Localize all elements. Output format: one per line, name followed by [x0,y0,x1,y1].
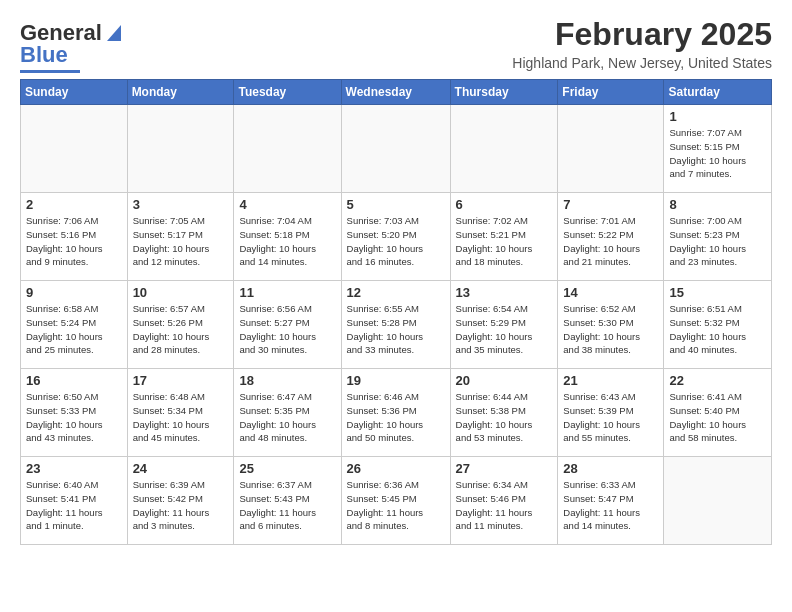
day-number: 24 [133,461,229,476]
calendar-cell [341,105,450,193]
day-number: 12 [347,285,445,300]
calendar-cell: 9Sunrise: 6:58 AM Sunset: 5:24 PM Daylig… [21,281,128,369]
calendar-cell [21,105,128,193]
calendar-cell: 16Sunrise: 6:50 AM Sunset: 5:33 PM Dayli… [21,369,128,457]
day-info: Sunrise: 7:05 AM Sunset: 5:17 PM Dayligh… [133,214,229,269]
calendar-cell: 22Sunrise: 6:41 AM Sunset: 5:40 PM Dayli… [664,369,772,457]
logo-triangle-icon [105,21,123,47]
day-info: Sunrise: 6:41 AM Sunset: 5:40 PM Dayligh… [669,390,766,445]
col-tuesday: Tuesday [234,80,341,105]
day-info: Sunrise: 6:57 AM Sunset: 5:26 PM Dayligh… [133,302,229,357]
day-number: 22 [669,373,766,388]
subtitle: Highland Park, New Jersey, United States [512,55,772,71]
calendar-cell: 25Sunrise: 6:37 AM Sunset: 5:43 PM Dayli… [234,457,341,545]
day-number: 6 [456,197,553,212]
calendar: Sunday Monday Tuesday Wednesday Thursday… [20,79,772,545]
calendar-cell [127,105,234,193]
calendar-cell: 12Sunrise: 6:55 AM Sunset: 5:28 PM Dayli… [341,281,450,369]
calendar-cell: 26Sunrise: 6:36 AM Sunset: 5:45 PM Dayli… [341,457,450,545]
calendar-week-row: 23Sunrise: 6:40 AM Sunset: 5:41 PM Dayli… [21,457,772,545]
day-number: 27 [456,461,553,476]
day-number: 10 [133,285,229,300]
day-number: 23 [26,461,122,476]
day-info: Sunrise: 6:34 AM Sunset: 5:46 PM Dayligh… [456,478,553,533]
day-number: 15 [669,285,766,300]
calendar-cell: 7Sunrise: 7:01 AM Sunset: 5:22 PM Daylig… [558,193,664,281]
day-info: Sunrise: 6:43 AM Sunset: 5:39 PM Dayligh… [563,390,658,445]
calendar-cell [450,105,558,193]
calendar-cell: 24Sunrise: 6:39 AM Sunset: 5:42 PM Dayli… [127,457,234,545]
day-info: Sunrise: 6:54 AM Sunset: 5:29 PM Dayligh… [456,302,553,357]
calendar-cell: 2Sunrise: 7:06 AM Sunset: 5:16 PM Daylig… [21,193,128,281]
day-number: 26 [347,461,445,476]
day-number: 19 [347,373,445,388]
calendar-cell: 11Sunrise: 6:56 AM Sunset: 5:27 PM Dayli… [234,281,341,369]
day-number: 17 [133,373,229,388]
day-info: Sunrise: 6:39 AM Sunset: 5:42 PM Dayligh… [133,478,229,533]
logo-underline [20,70,80,73]
day-number: 14 [563,285,658,300]
calendar-cell [664,457,772,545]
day-number: 28 [563,461,658,476]
calendar-cell: 17Sunrise: 6:48 AM Sunset: 5:34 PM Dayli… [127,369,234,457]
day-info: Sunrise: 6:36 AM Sunset: 5:45 PM Dayligh… [347,478,445,533]
calendar-cell: 28Sunrise: 6:33 AM Sunset: 5:47 PM Dayli… [558,457,664,545]
day-info: Sunrise: 6:48 AM Sunset: 5:34 PM Dayligh… [133,390,229,445]
day-info: Sunrise: 6:47 AM Sunset: 5:35 PM Dayligh… [239,390,335,445]
calendar-cell: 1Sunrise: 7:07 AM Sunset: 5:15 PM Daylig… [664,105,772,193]
day-number: 2 [26,197,122,212]
col-sunday: Sunday [21,80,128,105]
day-info: Sunrise: 6:44 AM Sunset: 5:38 PM Dayligh… [456,390,553,445]
main-title: February 2025 [512,16,772,53]
calendar-cell: 13Sunrise: 6:54 AM Sunset: 5:29 PM Dayli… [450,281,558,369]
day-info: Sunrise: 7:06 AM Sunset: 5:16 PM Dayligh… [26,214,122,269]
calendar-cell: 8Sunrise: 7:00 AM Sunset: 5:23 PM Daylig… [664,193,772,281]
col-friday: Friday [558,80,664,105]
svg-marker-0 [107,25,121,41]
col-wednesday: Wednesday [341,80,450,105]
day-number: 18 [239,373,335,388]
col-thursday: Thursday [450,80,558,105]
col-saturday: Saturday [664,80,772,105]
day-number: 9 [26,285,122,300]
day-info: Sunrise: 6:58 AM Sunset: 5:24 PM Dayligh… [26,302,122,357]
day-number: 16 [26,373,122,388]
day-info: Sunrise: 6:46 AM Sunset: 5:36 PM Dayligh… [347,390,445,445]
day-number: 8 [669,197,766,212]
day-number: 13 [456,285,553,300]
calendar-cell: 21Sunrise: 6:43 AM Sunset: 5:39 PM Dayli… [558,369,664,457]
day-info: Sunrise: 6:56 AM Sunset: 5:27 PM Dayligh… [239,302,335,357]
calendar-cell [234,105,341,193]
day-info: Sunrise: 7:03 AM Sunset: 5:20 PM Dayligh… [347,214,445,269]
day-info: Sunrise: 6:40 AM Sunset: 5:41 PM Dayligh… [26,478,122,533]
day-info: Sunrise: 7:02 AM Sunset: 5:21 PM Dayligh… [456,214,553,269]
calendar-cell: 10Sunrise: 6:57 AM Sunset: 5:26 PM Dayli… [127,281,234,369]
day-number: 3 [133,197,229,212]
logo: General Blue [20,20,123,73]
calendar-cell: 6Sunrise: 7:02 AM Sunset: 5:21 PM Daylig… [450,193,558,281]
day-info: Sunrise: 6:37 AM Sunset: 5:43 PM Dayligh… [239,478,335,533]
calendar-cell: 3Sunrise: 7:05 AM Sunset: 5:17 PM Daylig… [127,193,234,281]
calendar-cell: 18Sunrise: 6:47 AM Sunset: 5:35 PM Dayli… [234,369,341,457]
col-monday: Monday [127,80,234,105]
day-info: Sunrise: 7:07 AM Sunset: 5:15 PM Dayligh… [669,126,766,181]
day-number: 11 [239,285,335,300]
calendar-cell [558,105,664,193]
day-info: Sunrise: 6:50 AM Sunset: 5:33 PM Dayligh… [26,390,122,445]
calendar-cell: 5Sunrise: 7:03 AM Sunset: 5:20 PM Daylig… [341,193,450,281]
calendar-week-row: 2Sunrise: 7:06 AM Sunset: 5:16 PM Daylig… [21,193,772,281]
calendar-week-row: 9Sunrise: 6:58 AM Sunset: 5:24 PM Daylig… [21,281,772,369]
day-info: Sunrise: 6:51 AM Sunset: 5:32 PM Dayligh… [669,302,766,357]
calendar-cell: 27Sunrise: 6:34 AM Sunset: 5:46 PM Dayli… [450,457,558,545]
day-number: 21 [563,373,658,388]
calendar-week-row: 16Sunrise: 6:50 AM Sunset: 5:33 PM Dayli… [21,369,772,457]
page: General Blue February 2025 Highland Park… [0,0,792,561]
day-number: 1 [669,109,766,124]
calendar-cell: 23Sunrise: 6:40 AM Sunset: 5:41 PM Dayli… [21,457,128,545]
day-number: 25 [239,461,335,476]
calendar-cell: 20Sunrise: 6:44 AM Sunset: 5:38 PM Dayli… [450,369,558,457]
day-info: Sunrise: 6:52 AM Sunset: 5:30 PM Dayligh… [563,302,658,357]
calendar-cell: 15Sunrise: 6:51 AM Sunset: 5:32 PM Dayli… [664,281,772,369]
calendar-cell: 19Sunrise: 6:46 AM Sunset: 5:36 PM Dayli… [341,369,450,457]
calendar-header-row: Sunday Monday Tuesday Wednesday Thursday… [21,80,772,105]
